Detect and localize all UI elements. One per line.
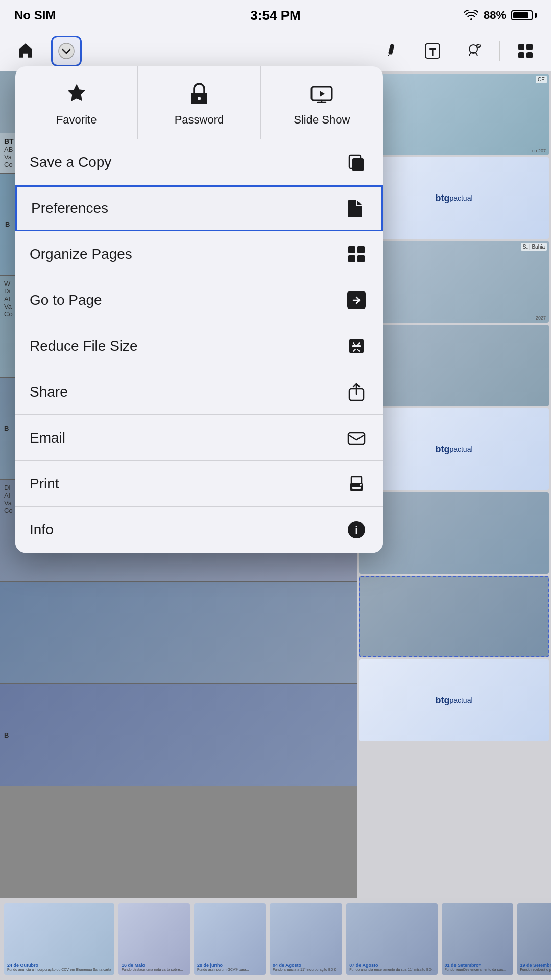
sign-button[interactable] [458, 36, 489, 66]
organize-pages-button[interactable]: Organize Pages [15, 231, 383, 277]
svg-rect-6 [518, 44, 524, 50]
password-label: Password [175, 113, 224, 127]
svg-rect-23 [348, 433, 365, 444]
save-copy-button[interactable]: Save a Copy [15, 139, 383, 185]
arrow-right-icon [344, 288, 369, 312]
svg-rect-21 [352, 345, 361, 347]
svg-point-27 [360, 484, 362, 486]
reduce-file-size-button[interactable]: Reduce File Size [15, 323, 383, 369]
email-label: Email [30, 430, 65, 446]
share-icon [344, 380, 369, 404]
go-to-page-label: Go to Page [30, 292, 102, 308]
svg-rect-8 [518, 52, 524, 58]
favorite-button[interactable]: Favorite [15, 66, 138, 139]
battery-icon [511, 10, 537, 20]
star-icon [64, 82, 89, 106]
carrier-text: No SIM [14, 8, 56, 22]
toolbar: T [0, 31, 551, 71]
svg-rect-18 [357, 255, 365, 262]
svg-rect-9 [526, 52, 533, 58]
envelope-icon [344, 426, 369, 450]
dropdown-button[interactable] [51, 36, 82, 66]
grid-icon [344, 242, 369, 266]
save-copy-label: Save a Copy [30, 154, 111, 170]
lock-icon [187, 82, 211, 106]
wifi-icon [464, 10, 478, 20]
svg-point-11 [198, 97, 201, 100]
svg-point-0 [59, 43, 74, 59]
slideshow-icon [309, 82, 334, 106]
preferences-button[interactable]: Preferences [15, 185, 383, 231]
go-to-page-button[interactable]: Go to Page [15, 277, 383, 323]
text-button[interactable]: T [417, 36, 448, 66]
svg-rect-25 [351, 477, 362, 484]
share-label: Share [30, 384, 68, 400]
svg-rect-7 [526, 44, 533, 50]
document-icon [343, 196, 367, 220]
dropdown-menu: Favorite Password Slide Show Save a Copy [15, 66, 383, 553]
info-circle-icon: i [344, 518, 369, 542]
print-button[interactable]: Print [15, 461, 383, 507]
compress-icon [344, 334, 369, 358]
printer-icon [344, 472, 369, 496]
organize-pages-label: Organize Pages [30, 246, 132, 262]
reduce-file-size-label: Reduce File Size [30, 338, 138, 354]
info-button[interactable]: Info i [15, 507, 383, 553]
copy-icon [344, 150, 369, 175]
time-text: 3:54 PM [250, 8, 300, 23]
svg-rect-26 [352, 487, 361, 489]
svg-text:i: i [355, 525, 358, 536]
menu-icons-row: Favorite Password Slide Show [15, 66, 383, 139]
email-button[interactable]: Email [15, 415, 383, 461]
info-label: Info [30, 522, 54, 538]
svg-rect-17 [348, 255, 355, 262]
slideshow-label: Slide Show [294, 113, 350, 127]
svg-rect-1 [388, 44, 395, 55]
preferences-label: Preferences [31, 200, 108, 216]
svg-text:T: T [429, 46, 436, 58]
battery-percent: 88% [484, 9, 506, 22]
slideshow-button[interactable]: Slide Show [261, 66, 383, 139]
apps-button[interactable] [510, 36, 541, 66]
toolbar-divider [499, 41, 500, 61]
home-button[interactable] [10, 36, 41, 66]
password-button[interactable]: Password [138, 66, 260, 139]
status-bar: No SIM 3:54 PM 88% [0, 0, 551, 31]
favorite-label: Favorite [56, 113, 97, 127]
svg-rect-16 [357, 246, 365, 253]
svg-rect-15 [348, 246, 355, 253]
svg-rect-13 [352, 158, 364, 172]
annotate-button[interactable] [376, 36, 407, 66]
thumbnail-strip: CE co 207 btg pactual S. | Bahia 2027 BA… [357, 71, 551, 980]
share-button[interactable]: Share [15, 369, 383, 415]
print-label: Print [30, 476, 59, 492]
battery-area: 88% [464, 9, 537, 22]
